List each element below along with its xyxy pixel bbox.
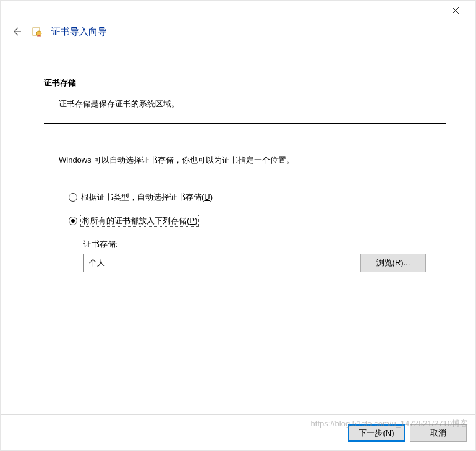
footer: 下一步(N) 取消 [1,414,475,450]
radio-manual-label: 将所有的证书都放入下列存储(P) [81,215,198,226]
back-arrow-icon [11,26,22,37]
radio-icon [69,217,77,225]
content-area: 证书存储 证书存储是保存证书的系统区域。 Windows 可以自动选择证书存储，… [1,40,475,272]
radio-auto-label: 根据证书类型，自动选择证书存储(U) [81,192,213,203]
svg-point-4 [36,31,41,36]
back-button[interactable] [11,25,23,38]
radio-group: 根据证书类型，自动选择证书存储(U) 将所有的证书都放入下列存储(P) [69,192,446,226]
radio-auto-select[interactable]: 根据证书类型，自动选择证书存储(U) [69,192,446,203]
wizard-header: 证书导入向导 [1,20,475,40]
radio-icon [69,193,77,202]
next-button[interactable]: 下一步(N) [348,424,405,442]
radio-manual-select[interactable]: 将所有的证书都放入下列存储(P) [69,215,446,226]
section-title: 证书存储 [44,77,446,88]
store-row: 浏览(R)... [83,254,446,272]
cancel-button[interactable]: 取消 [410,424,467,442]
certificate-wizard-icon [32,26,43,37]
store-label: 证书存储: [83,239,446,250]
browse-button[interactable]: 浏览(R)... [360,254,426,272]
close-icon [452,7,459,14]
wizard-title: 证书导入向导 [51,26,107,38]
store-input[interactable] [83,254,349,272]
titlebar [1,1,475,20]
divider [44,123,446,124]
close-button[interactable] [443,2,468,19]
instruction-text: Windows 可以自动选择证书存储，你也可以为证书指定一个位置。 [59,155,446,166]
section-description: 证书存储是保存证书的系统区域。 [59,98,446,110]
store-block: 证书存储: 浏览(R)... [83,239,446,272]
